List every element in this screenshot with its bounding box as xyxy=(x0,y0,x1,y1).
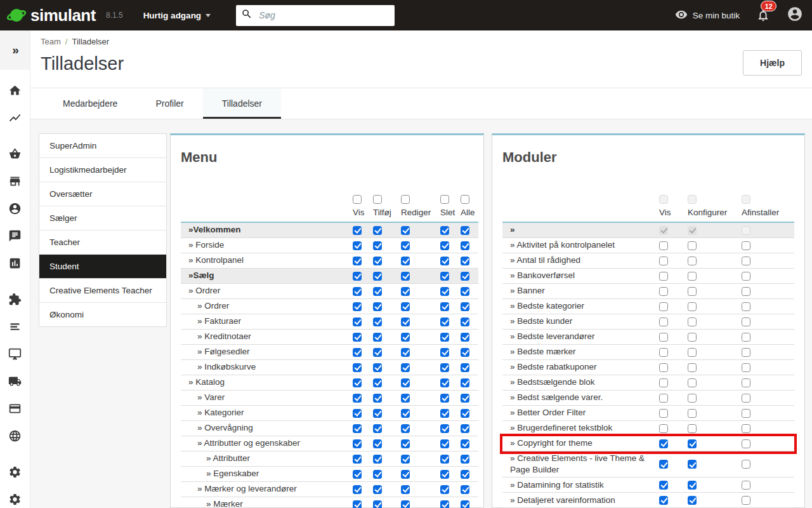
checkbox-slet[interactable] xyxy=(440,302,449,311)
checkbox-tilføj[interactable] xyxy=(373,500,382,508)
checkbox-konfigurer[interactable] xyxy=(688,333,697,342)
checkbox-tilføj[interactable] xyxy=(373,272,382,281)
checkbox-afinstaller[interactable] xyxy=(742,302,750,311)
checkbox-rediger[interactable] xyxy=(401,257,410,265)
checkbox-vis[interactable] xyxy=(353,500,362,508)
checkbox-afinstaller[interactable] xyxy=(742,318,750,326)
checkbox-slet[interactable] xyxy=(440,348,449,357)
checkbox-tilføj[interactable] xyxy=(373,455,382,464)
checkbox-tilføj[interactable] xyxy=(373,424,382,433)
checkbox-slet[interactable] xyxy=(440,470,449,479)
tab-profiler[interactable]: Profiler xyxy=(136,88,202,119)
checkbox-konfigurer[interactable] xyxy=(688,272,697,281)
checkbox-vis[interactable] xyxy=(659,378,668,387)
checkbox-slet[interactable] xyxy=(440,287,449,296)
checkbox-vis[interactable] xyxy=(353,257,362,265)
checkbox-konfigurer[interactable] xyxy=(688,241,697,250)
checkbox-tilføj[interactable] xyxy=(373,287,382,296)
checkbox-vis[interactable] xyxy=(353,439,362,448)
checkbox-vis[interactable] xyxy=(353,424,362,433)
checkbox-vis[interactable] xyxy=(353,409,362,418)
expand-sidebar-button[interactable]: » xyxy=(0,30,30,70)
checkbox-tilføj[interactable] xyxy=(373,470,382,479)
checkbox-alle[interactable] xyxy=(461,318,469,326)
avatar[interactable] xyxy=(787,6,803,25)
checkbox-rediger[interactable] xyxy=(401,241,410,250)
checkbox-slet[interactable] xyxy=(440,333,449,342)
checkbox-tilføj[interactable] xyxy=(373,363,382,372)
checkbox-vis[interactable] xyxy=(353,333,362,342)
sidebar-item-globe[interactable] xyxy=(0,422,30,450)
checkbox-vis[interactable] xyxy=(659,333,668,342)
checkbox-vis[interactable] xyxy=(659,302,668,311)
breadcrumb-parent[interactable]: Team xyxy=(41,37,61,46)
checkbox-afinstaller[interactable] xyxy=(742,378,750,387)
checkbox-slet[interactable] xyxy=(440,455,449,464)
tab-medarbejdere[interactable]: Medarbejdere xyxy=(44,88,136,119)
checkbox-tilføj[interactable] xyxy=(373,333,382,342)
checkbox-tilføj[interactable] xyxy=(373,318,382,326)
profile-item-creative-elements-teacher[interactable]: Creative Elements Teacher xyxy=(39,279,166,303)
profile-item-s-lger[interactable]: Sælger xyxy=(39,206,166,231)
checkbox-alle[interactable] xyxy=(461,348,469,357)
checkbox-slet[interactable] xyxy=(440,409,449,418)
checkbox-alle[interactable] xyxy=(461,302,469,311)
checkbox-vis[interactable] xyxy=(659,424,668,433)
checkbox-konfigurer[interactable] xyxy=(688,363,697,372)
checkbox-tilføj[interactable] xyxy=(373,257,382,265)
checkbox-konfigurer[interactable] xyxy=(688,424,697,433)
checkbox-rediger[interactable] xyxy=(401,318,410,326)
checkbox-konfigurer[interactable] xyxy=(688,460,697,469)
sidebar-item-chat[interactable] xyxy=(0,222,30,250)
checkbox-slet[interactable] xyxy=(440,424,449,433)
sidebar-item-gear[interactable] xyxy=(0,486,30,508)
checkbox-vis[interactable] xyxy=(353,287,362,296)
checkbox-afinstaller[interactable] xyxy=(742,272,750,281)
tab-tilladelser[interactable]: Tilladelser xyxy=(203,88,281,119)
checkbox-konfigurer[interactable] xyxy=(688,496,697,505)
checkbox-konfigurer[interactable] xyxy=(688,439,697,448)
checkbox-vis[interactable] xyxy=(659,241,668,250)
sidebar-item-customers[interactable] xyxy=(0,195,30,222)
checkbox-tilføj[interactable] xyxy=(373,439,382,448)
notifications-button[interactable]: 12 xyxy=(756,8,770,25)
sidebar-item-home[interactable] xyxy=(0,77,30,104)
sidebar-item-storefront[interactable] xyxy=(0,168,30,195)
checkbox-alle[interactable] xyxy=(461,378,469,387)
profile-item-logistikmedarbejder[interactable]: Logistikmedarbejder xyxy=(39,158,166,182)
sidebar-item-bar-chart[interactable] xyxy=(0,250,30,277)
checkbox-vis[interactable] xyxy=(659,257,668,265)
checkbox-rediger[interactable] xyxy=(401,439,410,448)
sidebar-item-list[interactable] xyxy=(0,313,30,340)
profile-item-teacher[interactable]: Teacher xyxy=(39,231,166,255)
checkbox-slet[interactable] xyxy=(440,272,449,281)
checkbox-slet[interactable] xyxy=(440,378,449,387)
checkbox-konfigurer[interactable] xyxy=(688,348,697,357)
checkbox-rediger[interactable] xyxy=(401,272,410,281)
checkbox-rediger[interactable] xyxy=(401,455,410,464)
checkbox-slet[interactable] xyxy=(440,257,449,265)
checkbox-slet[interactable] xyxy=(440,394,449,403)
checkbox-select-all-slet[interactable] xyxy=(440,195,449,204)
brand-logo[interactable] xyxy=(6,5,27,25)
sidebar-item-trending-up[interactable] xyxy=(0,104,30,131)
checkbox-tilføj[interactable] xyxy=(373,409,382,418)
checkbox-rediger[interactable] xyxy=(401,348,410,357)
profile-item-student[interactable]: Student xyxy=(39,255,166,279)
checkbox-rediger[interactable] xyxy=(401,394,410,403)
checkbox-afinstaller[interactable] xyxy=(742,287,750,296)
checkbox-alle[interactable] xyxy=(461,394,469,403)
checkbox-vis[interactable] xyxy=(353,241,362,250)
checkbox-rediger[interactable] xyxy=(401,333,410,342)
checkbox-slet[interactable] xyxy=(440,485,449,494)
checkbox-alle[interactable] xyxy=(461,226,469,235)
checkbox-alle[interactable] xyxy=(461,333,469,342)
checkbox-rediger[interactable] xyxy=(401,287,410,296)
search-input[interactable] xyxy=(258,10,390,21)
checkbox-konfigurer[interactable] xyxy=(688,302,697,311)
checkbox-tilføj[interactable] xyxy=(373,241,382,250)
quick-access-dropdown[interactable]: Hurtig adgang xyxy=(140,10,215,21)
checkbox-tilføj[interactable] xyxy=(373,226,382,235)
help-button[interactable]: Hjælp xyxy=(743,50,802,76)
view-shop-link[interactable]: Se min butik xyxy=(675,8,740,23)
